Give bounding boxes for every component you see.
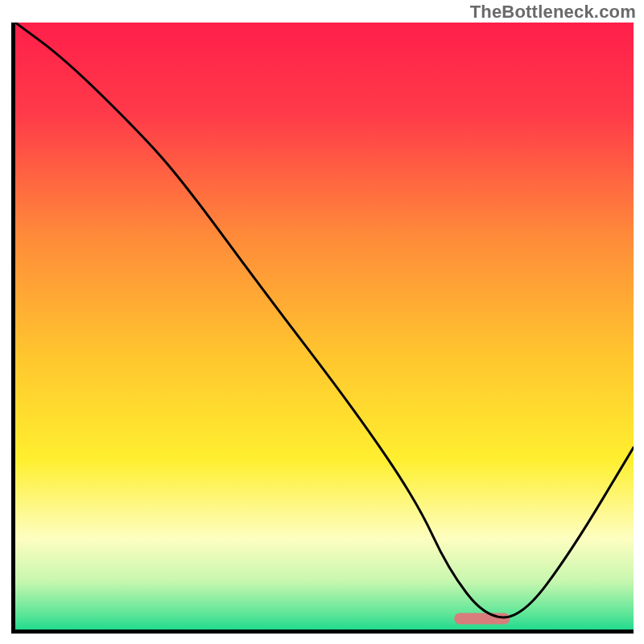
watermark-text: TheBottleneck.com: [470, 2, 636, 23]
plot-area: [15, 23, 634, 630]
gradient-background: [15, 23, 634, 630]
optimal-marker: [454, 613, 510, 624]
plot-svg: [15, 23, 634, 630]
